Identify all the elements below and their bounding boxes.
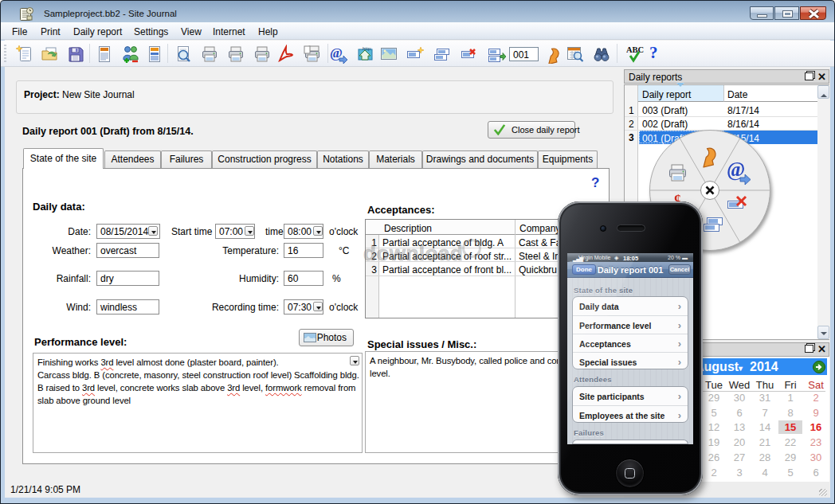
svg-text:http:: http: — [363, 46, 372, 51]
svg-text:ABC: ABC — [626, 45, 644, 54]
